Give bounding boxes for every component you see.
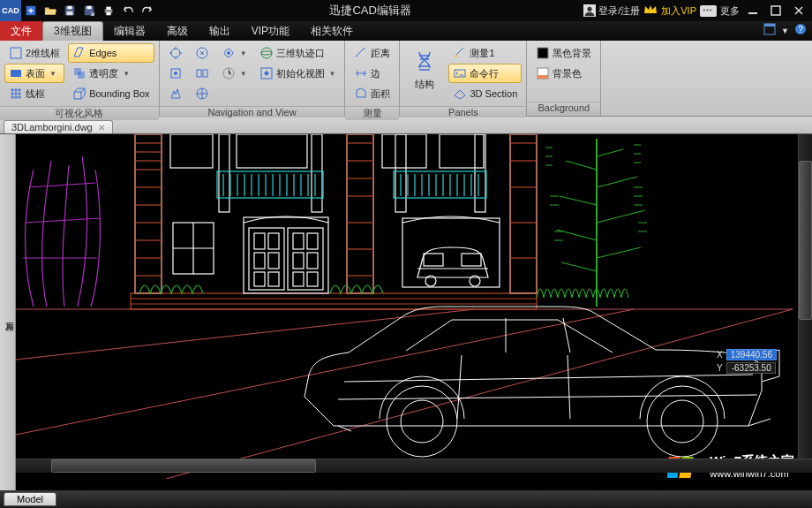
btn-cmdline[interactable]: 命令行 [448,64,522,83]
document-tab[interactable]: 3DLamborgini.dwg ✕ [4,120,113,133]
btn-distance[interactable]: 距离 [350,43,395,63]
document-tab-label: 3DLamborgini.dwg [11,122,93,133]
login-link[interactable]: 登录/注册 [583,4,640,18]
btn-2dwire[interactable]: 2维线框 [4,43,64,63]
window-icon[interactable] [763,23,776,39]
svg-rect-79 [217,171,323,198]
close-icon[interactable]: ✕ [98,123,105,133]
btn-transparency-label: 透明度 [89,67,118,80]
print-button[interactable] [99,1,118,20]
coord-x-label: X [717,350,723,360]
saveas-button[interactable] [79,1,99,20]
tab-editor[interactable]: 编辑器 [103,21,156,41]
scrollbar-vertical[interactable] [798,134,812,459]
undo-button[interactable] [118,1,138,20]
minimize-button[interactable] [743,1,763,20]
tab-vip[interactable]: VIP功能 [241,21,300,41]
svg-point-10 [588,7,592,11]
svg-rect-51 [347,134,373,293]
svg-rect-121 [254,253,265,269]
btn-initview-label: 初始化视图 [276,67,325,80]
svg-rect-19 [78,72,85,79]
svg-rect-16 [11,48,21,58]
canvas-area: 布局页 [0,134,812,490]
model-tab[interactable]: Model [4,492,56,506]
ribbon-group-background: 黑色背景 背景色 Background [527,41,601,116]
btn-measure1[interactable]: 测量1 [448,43,522,63]
tab-file[interactable]: 文件 [0,21,42,41]
btn-structure-label: 结构 [415,78,434,91]
maximize-button[interactable] [766,1,786,20]
svg-line-142 [748,419,771,426]
nav-icon-g[interactable]: ▼ [217,43,252,63]
close-button[interactable] [789,1,808,20]
svg-point-20 [171,49,180,57]
svg-rect-129 [293,272,304,286]
btn-blackbg[interactable]: 黑色背景 [531,43,596,63]
tab-advanced[interactable]: 高级 [156,21,199,41]
dropdown-icon[interactable]: ▼ [781,27,789,35]
svg-rect-109 [462,254,481,266]
more-icon[interactable]: ⋯ [700,5,717,17]
btn-surface[interactable]: 表面▼ [4,64,64,83]
menu-bar: 文件 3维视图 编辑器 高级 输出 VIP功能 相关软件 ▼ ? [0,21,812,41]
app-logo: CAD [0,0,21,21]
nav-icon-b[interactable] [164,64,187,83]
save-button[interactable] [60,1,79,20]
scrollbar-horizontal[interactable] [16,459,812,473]
tab-output[interactable]: 输出 [199,21,241,41]
svg-rect-52 [510,134,537,293]
svg-rect-44 [347,134,373,293]
tab-related[interactable]: 相关软件 [300,21,364,41]
side-panel-tab[interactable]: 布局页 [0,134,16,490]
nav-icon-f[interactable] [191,84,214,103]
svg-rect-3 [67,11,73,15]
btn-3dsection[interactable]: 3D Section [448,84,522,103]
new-button[interactable] [21,1,41,20]
nav-icon-d[interactable] [191,43,214,63]
drawing-canvas[interactable]: X139440.56 Y-63253.50 Win7系统之家 www.winwi… [16,134,812,490]
nav-icon-h[interactable]: ▼ [217,64,252,83]
ribbon-group-navigation: ▼ ▼ 三维轨迹口 初始化视图▼ Navigation and View [160,41,346,116]
status-bar: Model [0,490,812,508]
nav-icon-a[interactable] [164,43,187,63]
svg-rect-107 [402,218,500,287]
svg-rect-130 [307,272,318,286]
nav-icon-c[interactable] [164,84,187,103]
btn-bbox[interactable]: Bounding Box [68,84,154,103]
redo-button[interactable] [138,1,157,20]
btn-bgcolor[interactable]: 背景色 [531,64,596,83]
btn-initview[interactable]: 初始化视图▼ [255,64,341,83]
btn-transparency[interactable]: 透明度▼ [68,64,154,83]
btn-wireframe-label: 线框 [26,87,45,101]
svg-rect-78 [440,134,484,168]
svg-rect-2 [67,6,71,10]
ribbon-group-visualstyle: 2维线框 表面▼ 线框 Edges 透明度▼ Bounding Box 可视化风… [0,41,160,116]
vip-link[interactable]: 加入VIP [661,4,696,18]
svg-point-26 [227,51,230,55]
btn-measure1-label: 测量1 [470,47,494,60]
svg-rect-13 [764,24,775,27]
scrollbar-thumb[interactable] [51,459,316,473]
ribbon: 2维线框 表面▼ 线框 Edges 透明度▼ Bounding Box 可视化风… [0,41,812,117]
btn-area[interactable]: 面积 [350,84,395,103]
btn-structure[interactable]: 结构 [404,43,445,98]
nav-icon-e[interactable] [191,64,214,83]
btn-bbox-label: Bounding Box [89,88,150,99]
scrollbar-thumb[interactable] [799,161,812,320]
svg-rect-48 [395,134,406,212]
btn-edges[interactable]: Edges [68,43,154,63]
btn-edge[interactable]: 边 [350,64,395,83]
svg-point-141 [661,400,703,443]
more-label[interactable]: 更多 [720,4,740,18]
help-icon[interactable]: ? [794,23,807,39]
open-button[interactable] [41,1,60,20]
btn-wireframe[interactable]: 线框 [4,84,64,103]
chevron-down-icon: ▼ [240,49,247,57]
coord-y-value: -63253.50 [726,362,776,374]
svg-point-28 [261,48,272,58]
btn-3dtrack[interactable]: 三维轨迹口 [255,43,341,63]
tab-3dview[interactable]: 3维视图 [42,21,103,41]
svg-rect-120 [268,233,279,249]
btn-blackbg-label: 黑色背景 [553,47,591,60]
